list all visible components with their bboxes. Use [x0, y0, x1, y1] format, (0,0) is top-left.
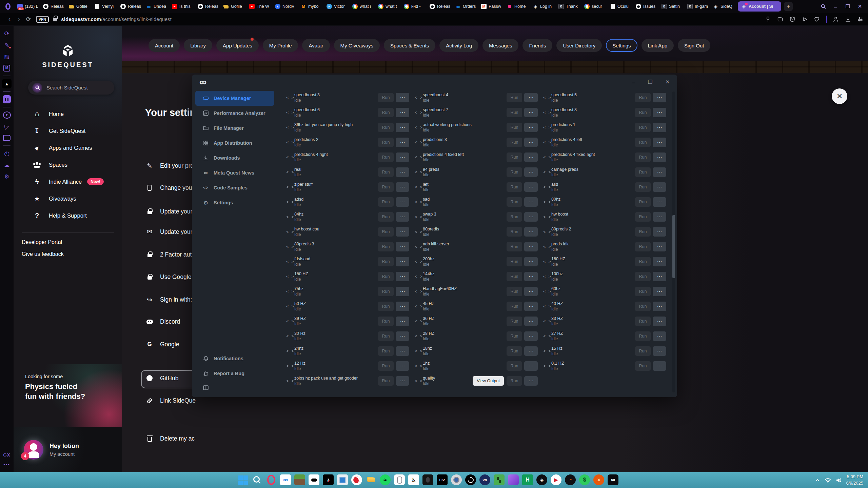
sidequest-logo[interactable]: SIDEQUEST: [14, 44, 122, 69]
easy-setup-icon[interactable]: [1, 39, 13, 51]
run-button[interactable]: Run: [635, 212, 651, 222]
run-button[interactable]: Run: [507, 167, 522, 177]
taskbar-search-icon[interactable]: [252, 474, 262, 485]
menu-item-file-manager[interactable]: File Manager: [195, 121, 274, 136]
reload-button[interactable]: ⟳: [24, 16, 33, 23]
run-button[interactable]: Run: [507, 331, 522, 341]
run-button[interactable]: Run: [378, 212, 394, 222]
more-options-button[interactable]: [653, 242, 666, 251]
sidebar-item-help-support[interactable]: Help & Support: [14, 207, 122, 224]
browser-tab[interactable]: Undea: [144, 0, 170, 13]
run-button[interactable]: Run: [635, 331, 651, 341]
sidebar-item-giveaways[interactable]: Giveaways: [14, 190, 122, 207]
run-button[interactable]: Run: [635, 152, 651, 162]
nav-pill[interactable]: Messages: [482, 39, 518, 52]
settings-item-update-password[interactable]: Update your: [145, 206, 192, 217]
run-button[interactable]: Run: [635, 346, 651, 356]
browser-tab[interactable]: Gofile: [221, 0, 247, 13]
more-options-button[interactable]: [653, 331, 666, 341]
menu-item-settings[interactable]: ⚙ Settings: [195, 195, 274, 210]
run-button[interactable]: Run: [507, 361, 522, 371]
feedback-link[interactable]: Give us feedback: [22, 251, 64, 257]
browser-tab[interactable]: mybo: [298, 0, 324, 13]
run-button[interactable]: Run: [635, 242, 651, 251]
run-button[interactable]: Run: [507, 317, 522, 326]
taskbar-clock[interactable]: 5:09 PM 6/9/2025: [846, 474, 863, 486]
menu-item-device-manager[interactable]: Device Manager: [195, 91, 274, 106]
run-button[interactable]: Run: [378, 242, 394, 251]
more-options-button[interactable]: [396, 197, 409, 207]
run-button[interactable]: Run: [507, 287, 522, 296]
run-button[interactable]: Run: [507, 197, 522, 207]
more-options-button[interactable]: [653, 108, 666, 117]
more-options-button[interactable]: [396, 346, 409, 356]
menu-item-downloads[interactable]: Downloads: [195, 150, 274, 165]
profile-icon[interactable]: [833, 16, 839, 22]
more-options-button[interactable]: [524, 257, 538, 266]
meta-quest-developer-hub-taskbar-icon[interactable]: [608, 474, 618, 485]
run-button[interactable]: Run: [507, 212, 522, 222]
new-tab-button[interactable]: +: [784, 2, 793, 11]
run-button[interactable]: Run: [635, 167, 651, 177]
gx-mods-icon[interactable]: [1, 51, 13, 62]
more-options-button[interactable]: [653, 346, 666, 356]
more-options-button[interactable]: [524, 152, 538, 162]
more-options-button[interactable]: [396, 272, 409, 281]
developer-portal-link[interactable]: Developer Portal: [22, 239, 64, 245]
snapshot-icon[interactable]: [777, 16, 783, 22]
run-button[interactable]: Run: [378, 317, 394, 326]
run-button[interactable]: Run: [378, 376, 394, 386]
run-button[interactable]: Run: [378, 346, 394, 356]
menu-item-app-distribution[interactable]: App Distribution: [195, 136, 274, 150]
sign-in-discord-button[interactable]: Discord: [145, 317, 180, 327]
pin-icon[interactable]: [765, 16, 771, 22]
more-options-button[interactable]: [524, 212, 538, 222]
more-options-button[interactable]: [396, 227, 409, 237]
window-minimize-icon[interactable]: –: [829, 0, 842, 13]
run-button[interactable]: Run: [378, 197, 394, 207]
view-output-button[interactable]: View Output: [473, 376, 504, 386]
more-options-button[interactable]: [653, 152, 666, 162]
more-options-button[interactable]: [396, 287, 409, 296]
browser-tab[interactable]: Issues: [633, 0, 659, 13]
nav-pill[interactable]: Activity Log: [439, 39, 478, 52]
run-button[interactable]: Run: [507, 346, 522, 356]
more-options-button[interactable]: [524, 376, 538, 386]
bookmark-heart-icon[interactable]: [814, 16, 820, 22]
accessibility-taskbar-icon[interactable]: [408, 474, 419, 485]
run-button[interactable]: Run: [378, 138, 394, 147]
run-button[interactable]: Run: [378, 287, 394, 296]
browser-tab[interactable]: Account | Si: [738, 1, 781, 12]
more-options-button[interactable]: [653, 302, 666, 311]
mqdh-maximize-icon[interactable]: ❐: [648, 79, 652, 85]
more-options-button[interactable]: [524, 93, 538, 102]
more-options-button[interactable]: [524, 242, 538, 251]
more-options-button[interactable]: [524, 167, 538, 177]
window-restore-icon[interactable]: ❐: [842, 0, 854, 13]
more-options-button[interactable]: [396, 376, 409, 386]
run-button[interactable]: Run: [635, 123, 651, 132]
settings-item-google-auth[interactable]: Use Google a: [145, 272, 196, 282]
browser-tab[interactable]: Releas: [195, 0, 221, 13]
mqdh-minimize-icon[interactable]: –: [632, 79, 635, 85]
run-button[interactable]: Run: [378, 167, 394, 177]
run-button[interactable]: Run: [507, 123, 522, 132]
dark-app-taskbar-icon[interactable]: [565, 474, 576, 485]
more-options-button[interactable]: [396, 257, 409, 266]
flow-messenger-icon[interactable]: [1, 121, 13, 132]
mqdh-titlebar[interactable]: ∞ – ❐ ✕: [192, 75, 677, 89]
more-options-button[interactable]: [396, 182, 409, 192]
collapse-sidebar-button[interactable]: [195, 381, 274, 394]
mouse-settings-taskbar-icon[interactable]: [394, 474, 405, 485]
adblock-shield-icon[interactable]: [789, 16, 795, 22]
more-options-button[interactable]: [653, 93, 666, 102]
settings-item-change[interactable]: Change your: [145, 183, 194, 193]
twitch-icon[interactable]: [3, 95, 11, 103]
window-close-icon[interactable]: ✕: [854, 0, 866, 13]
browser-tab[interactable]: Verifyi: [92, 0, 118, 13]
orange-x-taskbar-icon[interactable]: [593, 474, 604, 485]
run-button[interactable]: Run: [635, 287, 651, 296]
run-button[interactable]: Run: [507, 302, 522, 311]
settings-item-link-sidequest[interactable]: Link SideQue: [145, 395, 196, 406]
browser-settings-icon[interactable]: [1, 171, 13, 182]
